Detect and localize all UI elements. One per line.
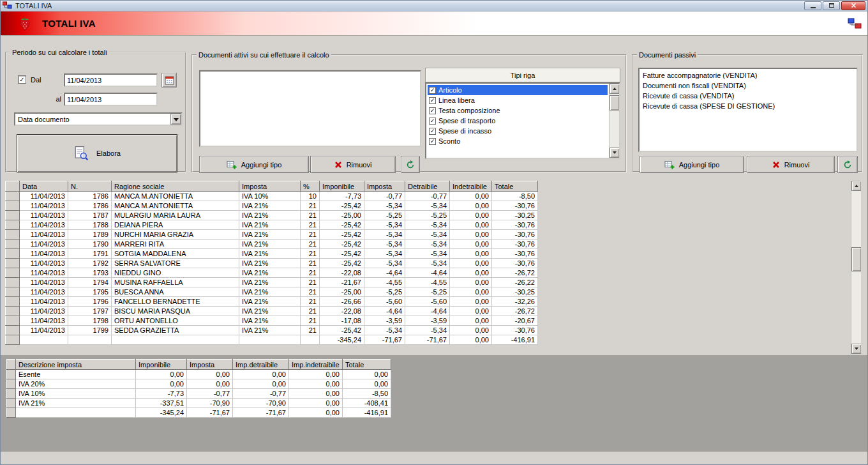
tipi-riga-item[interactable]: ✓Testa composizione [428,105,608,116]
table-row[interactable]: IVA 20%0,000,000,000,000,00 [7,379,391,389]
tipi-riga-item[interactable]: ✓Spese di trasporto [428,116,608,126]
row-selector[interactable] [7,408,16,418]
row-selector[interactable] [7,379,16,389]
checkbox-icon[interactable]: ✓ [429,138,436,145]
results-vertical-scrollbar[interactable] [851,181,861,354]
documento-passivo-item[interactable]: Ricevute di cassa (VENDITA) [641,91,855,101]
table-row[interactable]: 11/04/20131796FANCELLO BERNADETTEIVA 21%… [6,297,538,307]
checkbox-icon[interactable]: ✓ [429,118,436,125]
column-header-totale[interactable]: Totale [492,181,538,192]
documento-passivo-item[interactable]: Ricevute di cassa (SPESE DI GESTIONE) [641,101,855,111]
row-selector[interactable] [6,240,20,249]
row-selector[interactable] [6,230,20,240]
column-header-totale[interactable]: Totale [343,360,391,370]
scroll-down-button[interactable] [610,148,620,158]
table-row[interactable]: 11/04/20131787MULARGIU MARIA LAURAIVA 21… [6,211,538,220]
documento-passivo-item[interactable]: Fatture accompagnatorie (VENDITA) [641,70,855,80]
table-row[interactable]: 11/04/20131789NURCHI MARIA GRAZIAIVA 21%… [6,230,538,240]
column-header-imp-indetraibile[interactable]: Imp.indetraibile [289,360,343,370]
table-row[interactable]: 11/04/20131793NIEDDU GINOIVA 21%21-22,08… [6,268,538,278]
dal-date-input[interactable] [64,73,158,87]
documento-passivo-item[interactable]: Documenti non fiscali (VENDITA) [641,80,855,91]
column-header-imposta[interactable]: Imposta [239,181,301,192]
attivi-aggiungi-tipo-button[interactable]: Aggiungi tipo [199,156,309,173]
row-selector[interactable] [6,316,20,326]
column-header-ragione-sociale[interactable]: Ragione sociale [112,181,239,192]
checkbox-icon[interactable]: ✓ [429,128,436,135]
table-row[interactable]: 11/04/20131798ORTU ANTONELLOIVA 21%21-17… [6,316,538,326]
totals-row[interactable]: -345,24-71,67-71,670,00-416,91 [7,408,391,418]
column-header-imposta2[interactable]: Imposta [364,181,405,192]
table-row[interactable]: 11/04/20131791SOTGIA MADDALENAIVA 21%21-… [6,249,538,259]
scroll-thumb[interactable] [610,95,620,111]
column-header-imponibile[interactable]: Imponibile [320,181,364,192]
row-selector[interactable] [7,389,16,399]
checkbox-icon[interactable]: ✓ [429,107,436,114]
row-selector[interactable] [6,278,20,287]
maximize-button[interactable] [823,1,840,10]
table-row[interactable]: 11/04/20131797BISCU MARIA PASQUAIVA 21%2… [6,307,538,316]
passivi-aggiungi-tipo-button[interactable]: Aggiungi tipo [640,156,744,173]
table-row[interactable]: 11/04/20131792SERRA SALVATOREIVA 21%21-2… [6,259,538,268]
attivi-rimuovi-button[interactable]: Rimuovi [310,156,396,173]
row-selector[interactable] [6,326,20,335]
row-selector[interactable] [7,370,16,379]
column-header-detraibile[interactable]: Detraibile [405,181,450,192]
row-selector[interactable] [6,268,20,278]
table-row[interactable]: 11/04/20131786MANCA M.ANTONIETTAIVA 10%1… [6,192,538,201]
row-selector[interactable] [6,287,20,297]
column-header-percent[interactable]: % [301,181,320,192]
tipi-riga-scrollbar[interactable] [609,84,619,158]
scroll-down-button[interactable] [851,344,861,354]
table-row[interactable]: 11/04/20131794MUSINA RAFFAELLAIVA 21%21-… [6,278,538,287]
table-row[interactable]: 11/04/20131790MARRERI RITAIVA 21%21-25,4… [6,240,538,249]
documenti-attivi-list[interactable] [199,70,421,147]
row-selector[interactable] [6,201,20,211]
column-header-indetraibile[interactable]: Indetraibile [450,181,492,192]
column-header-imposta[interactable]: Imposta [187,360,233,370]
tipi-riga-item[interactable]: ✓Spese di incasso [428,126,608,136]
column-header-selector[interactable] [7,360,16,370]
close-button[interactable] [841,1,865,10]
row-selector[interactable] [7,399,16,408]
date-type-select[interactable]: Data documento [14,112,183,126]
column-header-descrizione-imposta[interactable]: Descrizione imposta [16,360,136,370]
scroll-up-button[interactable] [610,84,620,94]
network-icon[interactable] [848,18,862,29]
scroll-up-button[interactable] [851,181,861,191]
checkbox-icon[interactable]: ✓ [429,87,436,94]
column-header-data[interactable]: Data [20,181,68,192]
documenti-passivi-list[interactable]: Fatture accompagnatorie (VENDITA)Documen… [638,68,858,152]
table-row[interactable]: 11/04/20131786MANCA M.ANTONIETTAIVA 21%2… [6,201,538,211]
row-selector[interactable] [6,335,20,345]
tipi-riga-item[interactable]: ✓Linea libera [428,95,608,105]
row-selector[interactable] [6,192,20,201]
al-date-input[interactable] [64,93,158,106]
table-row[interactable]: Esente0,000,000,000,000,00 [7,370,391,379]
table-row[interactable]: 11/04/20131799SEDDA GRAZIETTAIVA 21%21-2… [6,326,538,335]
scroll-thumb[interactable] [851,247,861,271]
passivi-rimuovi-button[interactable]: Rimuovi [747,156,835,173]
row-selector[interactable] [6,220,20,230]
elabora-button[interactable]: Elabora [17,134,177,172]
dal-checkbox[interactable]: ✓ [18,75,26,84]
table-row[interactable]: 11/04/20131795BUESCA ANNAIVA 21%21-25,00… [6,287,538,297]
tipi-riga-header[interactable]: Tipi riga [425,68,620,82]
totals-row[interactable]: -345,24-71,67-71,670,00-416,91 [6,335,538,345]
column-header-n[interactable]: N. [68,181,112,192]
checkbox-icon[interactable]: ✓ [429,97,436,104]
column-header-selector[interactable] [6,181,20,192]
row-selector[interactable] [6,297,20,307]
row-selector[interactable] [6,307,20,316]
row-selector[interactable] [6,249,20,259]
table-row[interactable]: 11/04/20131788DEIANA PIERAIVA 21%21-25,4… [6,220,538,230]
table-row[interactable]: IVA 10%-7,73-0,77-0,770,00-8,50 [7,389,391,399]
tipi-riga-item[interactable]: ✓Articolo [428,85,608,95]
attivi-svuota-button[interactable] [401,156,420,173]
row-selector[interactable] [6,211,20,220]
column-header-imp-detraibile[interactable]: Imp.detraibile [233,360,289,370]
minimize-button[interactable] [804,1,821,10]
column-header-imponibile[interactable]: Imponibile [136,360,187,370]
table-row[interactable]: IVA 21%-337,51-70,90-70,900,00-408,41 [7,399,391,408]
calendar-button[interactable] [161,73,177,88]
